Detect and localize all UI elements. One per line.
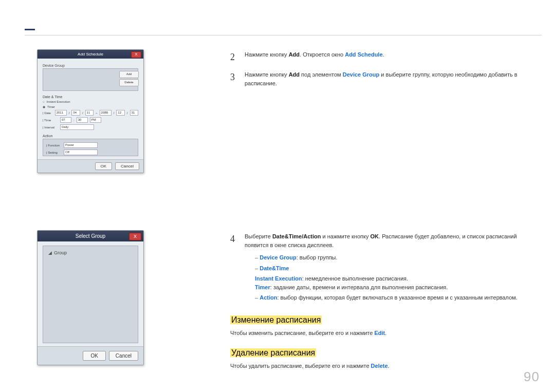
tree-root-label: Group	[54, 250, 67, 255]
heading-edit-schedule: Изменение расписания	[230, 315, 539, 325]
step-body: Нажмите кнопку Add. Откроется окно Add S…	[245, 50, 539, 64]
term-device-group: Device Group	[343, 71, 380, 78]
time-ampm: PM	[90, 117, 101, 123]
text: .	[383, 51, 384, 58]
text: Выберите	[245, 233, 272, 239]
text: : задание даты, времени и интервала для …	[270, 284, 448, 290]
term-action: Action	[260, 294, 277, 301]
page-header-separator	[25, 35, 542, 35]
text: .	[385, 330, 386, 336]
select-group-window-screenshot: Select Group X ◢Group OK Cancel	[37, 230, 144, 365]
term-add-schedule: Add Schedule	[345, 51, 382, 58]
sub-sub-timer: Timer: задание даты, времени и интервала…	[255, 283, 539, 292]
step-3: 3 Нажмите кнопку Add под элементом Devic…	[230, 70, 539, 87]
term-instant-execution: Instant Execution	[255, 275, 302, 282]
cancel-button: Cancel	[109, 351, 138, 361]
close-icon: X	[129, 233, 141, 240]
radio-instant-label: Instant Execution	[47, 100, 70, 103]
term-ok: OK	[371, 233, 379, 239]
interval-row: | Interval Daily	[43, 124, 138, 130]
window-title: Add Schedule	[78, 52, 103, 57]
section-label-datetime: Date & Time	[43, 95, 138, 99]
date-month1: 04	[71, 110, 80, 116]
action-box: | Function Power | Setting Off	[43, 139, 138, 156]
radio-instant-execution: ○Instant Execution	[43, 100, 138, 103]
setting-row: | Setting Off	[46, 150, 135, 155]
window-titlebar: Add Schedule X	[38, 50, 143, 59]
term-timer: Timer	[255, 284, 270, 290]
sub-list: Device Group: выбор группы. Date&Time In…	[245, 253, 539, 302]
interval-value: Daily	[60, 124, 94, 130]
window-title: Select Group	[76, 233, 105, 239]
window-footer: OK Cancel	[38, 346, 143, 365]
text: Нажмите кнопку	[245, 71, 289, 78]
close-icon: X	[131, 51, 141, 58]
step-number: 4	[230, 232, 236, 304]
text: под элементом	[300, 71, 343, 78]
date-month2: 12	[116, 110, 125, 116]
text: и нажмите кнопку	[321, 233, 370, 239]
date-year1: 2011	[55, 110, 67, 116]
paragraph-edit: Чтобы изменить расписание, выберите его …	[230, 329, 539, 338]
date-tilde: ~	[96, 111, 98, 115]
window-titlebar: Select Group X	[38, 231, 143, 241]
term-edit: Edit	[374, 330, 385, 336]
term-datetime: Date&Time	[272, 233, 302, 239]
term-add: Add	[289, 71, 300, 78]
add-schedule-window-screenshot: Add Schedule X Device Group Add Delete D…	[37, 49, 144, 173]
sub-item-action: Action: выбор функции, которая будет вкл…	[255, 293, 539, 302]
window-body: Device Group Add Delete Date & Time ○Ins…	[38, 59, 143, 159]
text: : выбор группы.	[297, 254, 338, 260]
radio-timer-label: Timer	[47, 105, 55, 108]
text: Чтобы удалить расписание, выберите его и…	[230, 363, 371, 369]
date-row: | Date 2011 / 04 / 11 ~ 2088 / 12 / 31	[43, 110, 138, 116]
function-label-text: | Function	[46, 144, 62, 147]
page-number: 90	[524, 369, 540, 385]
sub-item-device-group: Device Group: выбор группы.	[255, 253, 539, 262]
ok-button: OK	[95, 162, 113, 170]
time-minute: 30	[77, 117, 88, 123]
text: : немедленное выполнение расписания.	[302, 275, 408, 282]
section-label-devicegroup: Device Group	[43, 64, 138, 67]
term-add: Add	[289, 51, 300, 58]
setting-value: Off	[64, 150, 98, 155]
term-datetime: Date&Time	[260, 265, 289, 271]
function-value: Power	[64, 142, 98, 148]
date-year2: 2088	[100, 110, 112, 116]
date-label: | Date	[43, 111, 53, 115]
text: Нажмите кнопку	[245, 51, 289, 58]
text: .	[388, 363, 390, 369]
text: Чтобы изменить расписание, выберите его …	[230, 330, 374, 336]
radio-timer: ◉Timer	[43, 105, 138, 108]
section-label-action: Action	[43, 134, 138, 138]
sub-item-datetime: Date&Time	[255, 264, 539, 273]
add-button: Add	[119, 71, 139, 78]
interval-label-text: | Interval	[43, 126, 58, 129]
step-number: 3	[230, 70, 236, 87]
term-action: Action	[303, 233, 321, 239]
step-body: Нажмите кнопку Add под элементом Device …	[245, 70, 539, 87]
text: : выбор функции, которая будет включатьс…	[277, 294, 517, 301]
step-2: 2 Нажмите кнопку Add. Откроется окно Add…	[230, 50, 539, 64]
window-body: ◢Group	[38, 241, 143, 346]
device-group-box: Add Delete	[43, 68, 138, 91]
heading-text: Удаление расписания	[230, 348, 316, 357]
setting-label-text: | Setting	[46, 151, 62, 154]
spacer	[230, 94, 539, 232]
text-column: 2 Нажмите кнопку Add. Откроется окно Add…	[230, 50, 539, 370]
term-device-group: Device Group	[260, 254, 297, 260]
step-4: 4 Выберите Date&Time/Action и нажмите кн…	[230, 232, 539, 304]
sub-sub-instant: Instant Execution: немедленное выполнени…	[255, 274, 539, 283]
delete-button: Delete	[119, 79, 139, 86]
step-number: 2	[230, 50, 236, 64]
chevron-icon: ◢	[48, 250, 52, 255]
term-delete: Delete	[371, 363, 388, 369]
time-label: | Time	[43, 119, 58, 122]
date-day2: 31	[130, 110, 139, 116]
time-row: | Time 07 : 30 PM	[43, 117, 138, 123]
window-footer: OK Cancel	[38, 159, 143, 173]
paragraph-delete: Чтобы удалить расписание, выберите его и…	[230, 362, 539, 370]
time-hour: 07	[60, 117, 71, 123]
step-body: Выберите Date&Time/Action и нажмите кноп…	[245, 232, 539, 304]
heading-text: Изменение расписания	[230, 315, 322, 324]
